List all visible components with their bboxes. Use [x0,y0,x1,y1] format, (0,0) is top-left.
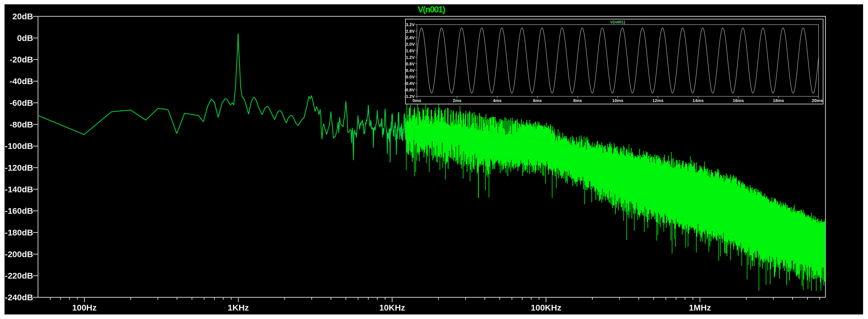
svg-text:1.6V: 1.6V [406,48,415,53]
svg-text:1KHz: 1KHz [228,303,249,312]
svg-text:1MHz: 1MHz [689,303,711,312]
svg-text:6ms: 6ms [533,98,542,103]
svg-text:2.4V: 2.4V [406,35,415,40]
svg-text:-60dB: -60dB [10,98,33,108]
svg-text:V(n001): V(n001) [610,20,625,24]
svg-text:2.8V: 2.8V [406,29,415,34]
svg-text:-0.4V: -0.4V [404,81,415,86]
svg-text:-100dB: -100dB [5,141,33,151]
svg-text:-20dB: -20dB [10,55,33,64]
svg-text:0ms: 0ms [412,98,421,103]
svg-text:-0.8V: -0.8V [404,87,415,92]
svg-text:-140dB: -140dB [5,184,33,194]
svg-text:-200dB: -200dB [5,250,33,259]
svg-text:4ms: 4ms [493,98,501,103]
svg-text:V(n001): V(n001) [417,4,445,14]
svg-text:-120dB: -120dB [5,163,33,172]
svg-text:10ms: 10ms [612,98,623,103]
svg-text:2.0V: 2.0V [406,42,415,47]
svg-text:10KHz: 10KHz [379,303,405,312]
svg-text:8ms: 8ms [573,98,582,103]
svg-text:0.0V: 0.0V [406,75,415,79]
svg-text:-220dB: -220dB [5,271,33,280]
svg-text:12ms: 12ms [652,98,663,103]
svg-text:20dB: 20dB [12,11,33,21]
svg-text:-180dB: -180dB [5,228,33,237]
svg-text:-40dB: -40dB [10,77,33,86]
svg-text:100KHz: 100KHz [531,303,561,312]
svg-text:100Hz: 100Hz [72,303,96,312]
svg-text:3.2V: 3.2V [406,22,415,27]
svg-text:0.4V: 0.4V [406,68,415,73]
svg-text:1.2V: 1.2V [406,55,415,60]
svg-text:0.8V: 0.8V [406,61,415,66]
svg-text:2ms: 2ms [453,98,461,103]
svg-text:14ms: 14ms [692,98,704,103]
svg-text:18ms: 18ms [773,98,784,103]
svg-text:20ms: 20ms [812,98,823,103]
svg-text:-240dB: -240dB [5,293,33,302]
svg-text:-80dB: -80dB [10,120,33,129]
svg-text:-160dB: -160dB [5,206,33,215]
svg-text:0dB: 0dB [17,33,33,43]
svg-text:16ms: 16ms [733,98,744,103]
